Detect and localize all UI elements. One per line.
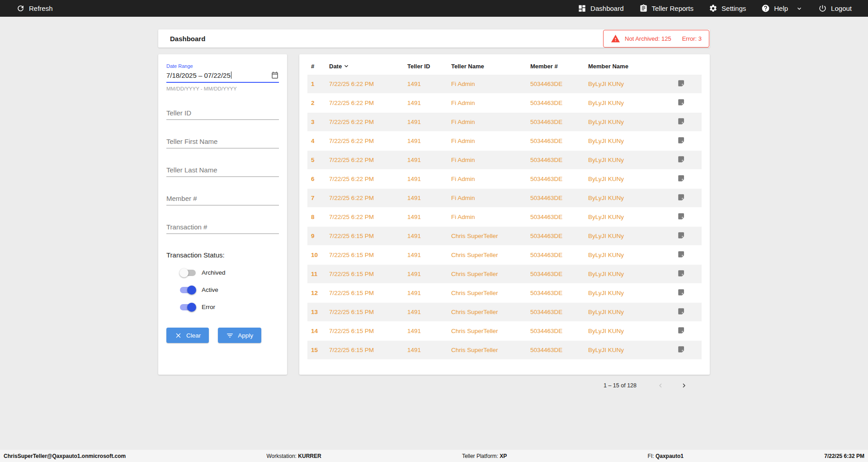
table-row[interactable]: 107/22/25 6:15 PM1491Chris SuperTeller50…: [307, 246, 702, 265]
nav-settings[interactable]: Settings: [703, 0, 752, 17]
row-number: 14: [307, 322, 326, 341]
row-number: 4: [307, 132, 326, 151]
note-icon[interactable]: [677, 307, 685, 315]
table-row[interactable]: 17/22/25 6:22 PM1491Fi Admin5034463DEByL…: [307, 75, 702, 94]
note-icon[interactable]: [677, 326, 685, 334]
member-number-input[interactable]: [166, 192, 279, 205]
table-row[interactable]: 67/22/25 6:22 PM1491Fi Admin5034463DEByL…: [307, 170, 702, 189]
refresh-button[interactable]: Refresh: [10, 0, 59, 17]
row-teller-id: 1491: [404, 113, 448, 132]
table-row[interactable]: 77/22/25 6:22 PM1491Fi Admin5034463DEByL…: [307, 189, 702, 208]
table-row[interactable]: 37/22/25 6:22 PM1491Fi Admin5034463DEByL…: [307, 113, 702, 132]
row-teller-id: 1491: [404, 170, 448, 189]
error-toggle[interactable]: [180, 304, 196, 310]
help-icon: [761, 4, 770, 13]
row-member-name: ByLyJI KUNy: [585, 94, 674, 113]
workstation-value: KURRER: [298, 453, 321, 459]
table-row[interactable]: 97/22/25 6:15 PM1491Chris SuperTeller503…: [307, 227, 702, 246]
warning-icon: [611, 34, 620, 43]
note-icon[interactable]: [677, 98, 685, 106]
column-header-teller-id: Teller ID: [404, 57, 448, 75]
row-member-name: ByLyJI KUNy: [585, 132, 674, 151]
row-number: 1: [307, 75, 326, 94]
row-date: 7/22/25 6:22 PM: [326, 132, 404, 151]
nav-dashboard[interactable]: Dashboard: [571, 0, 630, 17]
row-date: 7/22/25 6:15 PM: [326, 265, 404, 284]
nav-logout[interactable]: Logout: [812, 0, 858, 17]
nav-teller-reports[interactable]: Teller Reports: [633, 0, 700, 17]
row-date: 7/22/25 6:22 PM: [326, 94, 404, 113]
table-row[interactable]: 147/22/25 6:15 PM1491Chris SuperTeller50…: [307, 322, 702, 341]
date-range-group: Date Range 7/18/2025 – 07/22/25 MM/DD/YY…: [166, 63, 279, 91]
row-number: 2: [307, 94, 326, 113]
note-icon[interactable]: [677, 269, 685, 277]
apply-button[interactable]: Apply: [218, 328, 261, 343]
table-row[interactable]: 117/22/25 6:15 PM1491Chris SuperTeller50…: [307, 265, 702, 284]
note-icon[interactable]: [677, 345, 685, 353]
row-member-name: ByLyJI KUNy: [585, 151, 674, 170]
column-header-actions: [674, 57, 702, 75]
text-cursor: [231, 71, 232, 79]
clear-button[interactable]: Clear: [166, 328, 209, 343]
note-icon[interactable]: [677, 231, 685, 239]
row-date: 7/22/25 6:22 PM: [326, 151, 404, 170]
note-icon[interactable]: [677, 136, 685, 144]
next-page-button[interactable]: [678, 380, 690, 391]
row-member-number: 5034463DE: [527, 94, 585, 113]
reports-icon: [639, 4, 648, 13]
statusbar-platform: Teller Platform: XP: [462, 453, 507, 459]
active-toggle[interactable]: [180, 287, 196, 293]
alert-not-archived: Not Archived: 125: [625, 35, 671, 42]
table-row[interactable]: 157/22/25 6:15 PM1491Chris SuperTeller50…: [307, 341, 702, 360]
row-member-number: 5034463DE: [527, 246, 585, 265]
transaction-number-input[interactable]: [166, 220, 279, 234]
filter-panel: Date Range 7/18/2025 – 07/22/25 MM/DD/YY…: [158, 54, 287, 375]
statusbar-user: ChrisSuperTeller@Qaxpauto1.onmicrosoft.c…: [4, 453, 126, 459]
date-range-hint: MM/DD/YYYY - MM/DD/YYYY: [166, 86, 279, 91]
archived-toggle[interactable]: [180, 270, 196, 276]
row-teller-name: Chris SuperTeller: [448, 322, 527, 341]
row-member-name: ByLyJI KUNy: [585, 113, 674, 132]
previous-page-button[interactable]: [655, 380, 666, 391]
teller-id-input[interactable]: [166, 106, 279, 120]
column-header-member-name: Member Name: [585, 57, 674, 75]
row-teller-name: Fi Admin: [448, 94, 527, 113]
close-icon: [175, 332, 182, 339]
note-icon[interactable]: [677, 117, 685, 125]
table-body: 17/22/25 6:22 PM1491Fi Admin5034463DEByL…: [307, 75, 702, 360]
fi-label: FI:: [648, 453, 654, 459]
row-number: 7: [307, 189, 326, 208]
table-row[interactable]: 127/22/25 6:15 PM1491Chris SuperTeller50…: [307, 284, 702, 303]
note-icon[interactable]: [677, 212, 685, 220]
note-icon[interactable]: [677, 155, 685, 163]
note-icon[interactable]: [677, 288, 685, 296]
toggle-thumb: [187, 303, 196, 312]
teller-first-name-input[interactable]: [166, 135, 279, 148]
row-date: 7/22/25 6:15 PM: [326, 246, 404, 265]
nav-settings-label: Settings: [722, 5, 746, 12]
pagination: 1 – 15 of 128: [307, 380, 702, 399]
row-teller-id: 1491: [404, 132, 448, 151]
row-date: 7/22/25 6:15 PM: [326, 341, 404, 360]
date-range-input[interactable]: 7/18/2025 – 07/22/25: [166, 69, 279, 83]
nav-help[interactable]: Help: [755, 0, 809, 17]
row-member-number: 5034463DE: [527, 189, 585, 208]
teller-last-name-input[interactable]: [166, 163, 279, 177]
note-icon[interactable]: [677, 250, 685, 258]
date-range-label: Date Range: [166, 63, 279, 69]
toggle-thumb: [187, 286, 196, 295]
table-row[interactable]: 57/22/25 6:22 PM1491Fi Admin5034463DEByL…: [307, 151, 702, 170]
row-member-name: ByLyJI KUNy: [585, 170, 674, 189]
note-icon[interactable]: [677, 79, 685, 87]
table-row[interactable]: 87/22/25 6:22 PM1491Fi Admin5034463DEByL…: [307, 208, 702, 227]
table-row[interactable]: 47/22/25 6:22 PM1491Fi Admin5034463DEByL…: [307, 132, 702, 151]
table-row[interactable]: 137/22/25 6:15 PM1491Chris SuperTeller50…: [307, 303, 702, 322]
row-member-name: ByLyJI KUNy: [585, 246, 674, 265]
column-header-date[interactable]: Date: [326, 57, 404, 75]
note-icon[interactable]: [677, 174, 685, 182]
calendar-icon[interactable]: [271, 71, 279, 79]
note-icon[interactable]: [677, 193, 685, 201]
table-row[interactable]: 27/22/25 6:22 PM1491Fi Admin5034463DEByL…: [307, 94, 702, 113]
row-member-number: 5034463DE: [527, 265, 585, 284]
alert-banner: Not Archived: 125 Error: 3: [603, 30, 709, 48]
